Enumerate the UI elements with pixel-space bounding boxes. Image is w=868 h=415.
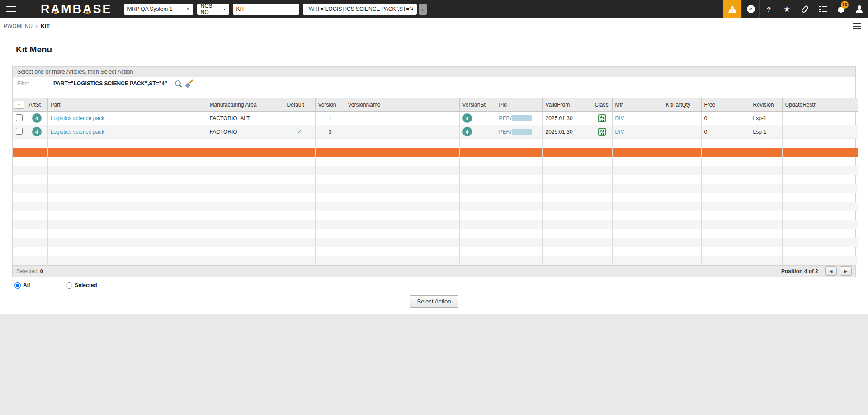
mfg-area-cell: FACTORIO (207, 125, 284, 139)
list-icon (819, 5, 827, 14)
col-header-free[interactable]: Free (701, 98, 750, 112)
chevron-down-icon: ▼ (184, 7, 190, 11)
empty-row[interactable] (13, 139, 858, 148)
revision-cell: Lsp-1 (750, 125, 782, 139)
table-footer: Selected 0 Position 4 of 2 ◀ ▶ (13, 265, 855, 277)
col-header-kit-part-qty[interactable]: KitPartQty (663, 98, 701, 112)
mfr-link[interactable]: DIV (615, 129, 624, 135)
system-select[interactable]: MRP QA System 1 ▼ (124, 4, 193, 15)
artst-badge: 4 (32, 113, 42, 123)
program-input[interactable] (233, 4, 299, 15)
empty-row[interactable] (13, 256, 858, 265)
part-link[interactable]: Logistics science pack (51, 129, 104, 135)
version-name-cell (345, 125, 459, 139)
class-icon[interactable] (598, 128, 606, 136)
default-check: ✓ (297, 128, 302, 135)
back-button[interactable]: ‹ (419, 4, 427, 15)
redacted-value (512, 129, 532, 135)
paperclip-icon (801, 5, 809, 14)
empty-row[interactable] (13, 157, 858, 166)
redacted-value (512, 115, 532, 121)
page-menu-icon[interactable] (853, 22, 861, 30)
col-header-part[interactable]: Part (47, 98, 207, 112)
col-header-artst[interactable]: ArtSt (26, 98, 47, 112)
update-restr-cell (782, 112, 858, 125)
col-header-revision[interactable]: Revision (750, 98, 782, 112)
row-checkbox[interactable] (16, 128, 23, 135)
user-button[interactable] (850, 0, 868, 18)
col-header-mfg-area[interactable]: Manufacturing Area (207, 98, 284, 112)
empty-row[interactable] (13, 193, 858, 202)
mfr-link[interactable]: DIV (615, 115, 624, 121)
col-header-valid-from[interactable]: ValidFrom (542, 98, 592, 112)
notifications-button[interactable]: 10 (832, 0, 850, 18)
versionst-badge: 4 (462, 113, 472, 123)
row-checkbox[interactable] (16, 114, 23, 121)
empty-row[interactable] (13, 229, 858, 238)
kit-part-qty-cell (663, 125, 701, 139)
menu-icon[interactable] (6, 5, 19, 14)
query-input[interactable] (303, 4, 417, 15)
table-header-row: ▾ ArtSt Part Manufacturing Area Default … (13, 98, 858, 112)
select-all-dropdown[interactable]: ▾ (14, 101, 24, 109)
valid-from-cell: 2025.01.30 (542, 112, 592, 125)
notification-badge: 10 (841, 1, 849, 9)
system-select-value: MRP QA System 1 (127, 6, 173, 12)
col-header-class[interactable]: Class (592, 98, 612, 112)
warning-button[interactable]: ! (723, 0, 741, 18)
breadcrumb-parent-link[interactable]: PWOMENU (4, 23, 33, 29)
clear-filter-icon[interactable] (186, 80, 193, 88)
pid-link[interactable]: PER/ (499, 115, 512, 121)
part-link[interactable]: Logistics science pack (51, 115, 104, 121)
attachments-button[interactable] (796, 0, 814, 18)
help-button[interactable]: ? (760, 0, 778, 18)
search-icon[interactable] (175, 80, 182, 88)
user-icon (856, 5, 863, 13)
col-header-version-name[interactable]: VersionName (345, 98, 459, 112)
revision-cell: Lsp-1 (750, 112, 782, 125)
chevron-down-icon: ▾ (221, 7, 226, 11)
select-action-button[interactable]: Select Action (410, 295, 458, 308)
radio-selected[interactable] (66, 282, 72, 289)
empty-row[interactable] (13, 247, 858, 256)
prev-page-button[interactable]: ◀ (825, 266, 837, 276)
kit-table: ▾ ArtSt Part Manufacturing Area Default … (13, 98, 858, 265)
position-text: Position 4 of 2 (781, 268, 818, 275)
next-page-button[interactable]: ▶ (840, 266, 852, 276)
col-header-update-restr[interactable]: UpdateRestr (782, 98, 858, 112)
col-header-default[interactable]: Default (284, 98, 315, 112)
locale-select[interactable]: NOS-NO ▾ (197, 4, 229, 15)
update-restr-cell (782, 125, 858, 139)
filter-label: Filter (17, 80, 53, 87)
radio-selected-label[interactable]: Selected (75, 282, 97, 289)
empty-row[interactable] (13, 148, 858, 157)
rambase-logo[interactable]: RAMBASE (41, 3, 112, 15)
task-list-button[interactable] (814, 0, 832, 18)
radio-all-label[interactable]: All (23, 282, 30, 289)
class-icon[interactable] (598, 114, 606, 122)
empty-row[interactable] (13, 166, 858, 175)
filter-row: Filter PART="LOGISTICS SCIENCE PACK",ST=… (13, 77, 855, 90)
table-row[interactable]: 4 Logistics science pack FACTORIO_ALT 1 … (13, 112, 858, 125)
verified-button[interactable]: ✔ (741, 0, 760, 18)
col-header-version[interactable]: Version (315, 98, 345, 112)
empty-row[interactable] (13, 202, 858, 211)
artst-badge: 4 (32, 127, 42, 136)
empty-row[interactable] (13, 211, 858, 220)
article-grid-section: Select one or more Articles, then Select… (12, 66, 856, 277)
col-header-pid[interactable]: Pid (496, 98, 542, 112)
col-header-mfr[interactable]: Mfr (612, 98, 663, 112)
star-icon: ★ (783, 5, 790, 14)
breadcrumb: PWOMENU › KIT (0, 18, 868, 34)
selected-label: Selected (16, 268, 38, 275)
table-row[interactable]: 4 Logistics science pack FACTORIO ✓ 3 4 … (13, 125, 858, 139)
empty-row[interactable] (13, 238, 858, 247)
radio-all[interactable] (14, 282, 21, 289)
favorites-button[interactable]: ★ (778, 0, 796, 18)
col-header-versionst[interactable]: VersionSt (459, 98, 496, 112)
empty-row[interactable] (13, 220, 858, 229)
empty-row[interactable] (13, 184, 858, 193)
empty-row[interactable] (13, 175, 858, 184)
free-cell: 0 (701, 125, 750, 139)
pid-link[interactable]: PER/ (499, 129, 512, 135)
